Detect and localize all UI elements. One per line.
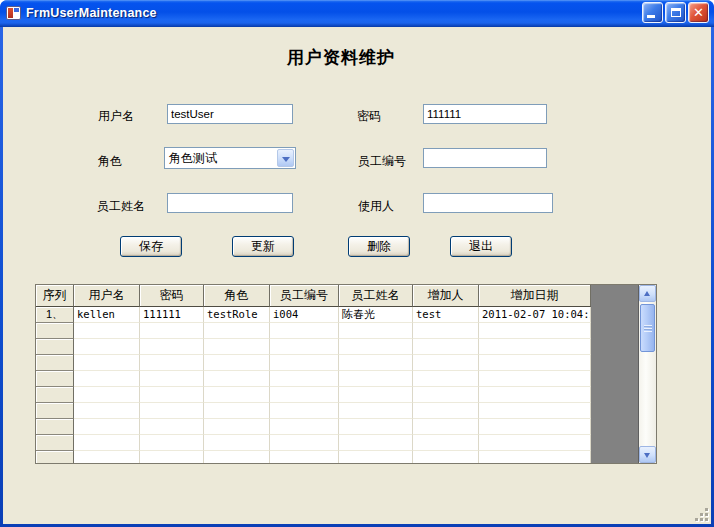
window-title: FrmUserMaintenance bbox=[26, 6, 642, 20]
title-bar[interactable]: FrmUserMaintenance ✕ bbox=[0, 0, 714, 27]
column-header-role[interactable]: 角色 bbox=[204, 285, 270, 307]
role-combobox-value: 角色测试 bbox=[165, 150, 276, 167]
cell-added-by[interactable]: test bbox=[413, 307, 479, 323]
cell-username[interactable]: kellen bbox=[74, 307, 140, 323]
cell-role[interactable]: testRole bbox=[204, 307, 270, 323]
delete-button[interactable]: 删除 bbox=[348, 236, 410, 257]
username-input[interactable] bbox=[167, 104, 293, 124]
grid-header-row: 序列 用户名 密码 角色 员工编号 员工姓名 增加人 增加日期 bbox=[36, 285, 656, 307]
window-icon bbox=[6, 6, 21, 20]
role-label: 角色 bbox=[98, 153, 122, 170]
employee-name-label: 员工姓名 bbox=[97, 198, 145, 215]
empty-table-row bbox=[36, 419, 656, 435]
owner-input[interactable] bbox=[423, 193, 553, 213]
column-header-added-by[interactable]: 增加人 bbox=[413, 285, 479, 307]
empty-table-row bbox=[36, 387, 656, 403]
empty-table-row bbox=[36, 435, 656, 451]
scroll-down-icon[interactable] bbox=[639, 446, 656, 463]
column-header-username[interactable]: 用户名 bbox=[74, 285, 140, 307]
user-data-grid[interactable]: 序列 用户名 密码 角色 员工编号 员工姓名 增加人 增加日期 1、 kelle… bbox=[35, 284, 657, 464]
password-label: 密码 bbox=[357, 108, 381, 125]
cell-add-date[interactable]: 2011-02-07 10:04:51 bbox=[479, 307, 591, 323]
username-label: 用户名 bbox=[98, 108, 134, 125]
table-row[interactable]: 1、 kellen 111111 testRole i004 陈春光 test … bbox=[36, 307, 656, 323]
save-button[interactable]: 保存 bbox=[120, 236, 182, 257]
vertical-scrollbar[interactable] bbox=[639, 285, 656, 463]
close-icon[interactable]: ✕ bbox=[688, 2, 709, 23]
resize-grip[interactable] bbox=[695, 508, 708, 521]
update-button[interactable]: 更新 bbox=[232, 236, 294, 257]
password-input[interactable] bbox=[423, 104, 547, 124]
column-header-add-date[interactable]: 增加日期 bbox=[479, 285, 591, 307]
empty-table-row bbox=[36, 323, 656, 339]
empty-table-row bbox=[36, 339, 656, 355]
empty-table-row bbox=[36, 451, 656, 464]
cell-employee-no[interactable]: i004 bbox=[270, 307, 339, 323]
minimize-icon[interactable] bbox=[642, 2, 663, 23]
column-header-employee-name[interactable]: 员工姓名 bbox=[339, 285, 413, 307]
row-header-cell[interactable]: 1、 bbox=[36, 307, 74, 323]
page-title: 用户资料维护 bbox=[3, 46, 679, 69]
chevron-down-icon[interactable] bbox=[277, 149, 294, 167]
column-header-employee-no[interactable]: 员工编号 bbox=[270, 285, 339, 307]
column-header-sequence[interactable]: 序列 bbox=[36, 285, 74, 307]
employee-no-input[interactable] bbox=[423, 148, 547, 168]
empty-table-row bbox=[36, 355, 656, 371]
employee-name-input[interactable] bbox=[167, 193, 293, 213]
exit-button[interactable]: 退出 bbox=[450, 236, 512, 257]
cell-password[interactable]: 111111 bbox=[140, 307, 204, 323]
maximize-icon[interactable] bbox=[665, 2, 686, 23]
empty-table-row bbox=[36, 371, 656, 387]
grid-unused-area bbox=[591, 285, 639, 463]
employee-no-label: 员工编号 bbox=[358, 153, 406, 170]
cell-employee-name[interactable]: 陈春光 bbox=[339, 307, 413, 323]
empty-table-row bbox=[36, 403, 656, 419]
form-client-area: 用户资料维护 用户名 密码 角色 角色测试 员工编号 员工姓名 使用人 保存 更… bbox=[3, 27, 711, 524]
column-header-password[interactable]: 密码 bbox=[140, 285, 204, 307]
owner-label: 使用人 bbox=[358, 198, 394, 215]
scroll-up-icon[interactable] bbox=[639, 285, 656, 302]
role-combobox[interactable]: 角色测试 bbox=[164, 147, 296, 169]
scrollbar-thumb[interactable] bbox=[640, 304, 655, 352]
app-window: FrmUserMaintenance ✕ 用户资料维护 用户名 密码 角色 角色… bbox=[0, 0, 714, 527]
